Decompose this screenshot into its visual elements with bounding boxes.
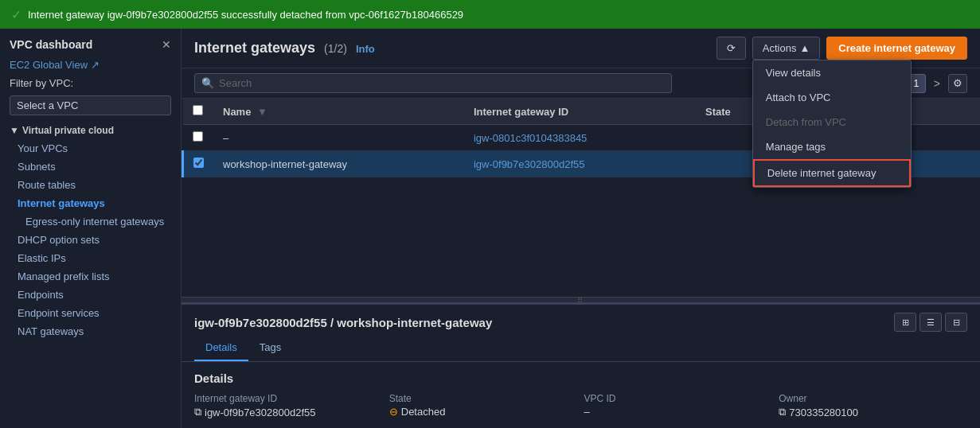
sidebar-item-internet-gateways[interactable]: Internet gateways [0, 194, 181, 212]
detail-tab-details[interactable]: Details [194, 335, 248, 361]
row-igw-id-1: igw-0801c3f0104383845 [464, 125, 696, 151]
row-checkbox-1[interactable] [193, 131, 203, 142]
menu-item-delete-igw[interactable]: Delete internet gateway [753, 159, 911, 187]
sidebar-close-button[interactable]: ✕ [162, 38, 171, 51]
sidebar-filter-label: Filter by VPC: [0, 74, 181, 92]
sidebar-header: VPC dashboard ✕ [0, 33, 181, 56]
detail-field-owner: Owner ⧉ 730335280100 [779, 393, 967, 418]
sidebar-item-your-vpcs[interactable]: Your VPCs [0, 139, 181, 158]
detail-tab-tags[interactable]: Tags [248, 335, 292, 361]
detail-header: igw-0f9b7e302800d2f55 / workshop-interne… [182, 305, 980, 335]
sidebar-item-nat-gateways[interactable]: NAT gateways [0, 322, 181, 340]
col-header-igw-id: Internet gateway ID [464, 99, 696, 125]
search-input-wrap: 🔍 [194, 73, 672, 93]
success-icon: ✓ [11, 7, 21, 22]
success-banner: ✓ Internet gateway igw-0f9b7e302800d2f55… [0, 0, 980, 29]
view-mode-btn-1[interactable]: ⊞ [894, 313, 916, 332]
toolbar: Internet gateways (1/2) Info ⟳ Actions ▲… [182, 29, 980, 68]
detail-tabs: Details Tags [182, 335, 980, 362]
sidebar-ec2-global-view-link[interactable]: EC2 Global View ↗ [0, 56, 181, 74]
menu-item-detach-vpc: Detach from VPC [753, 110, 911, 134]
copy-icon-owner[interactable]: ⧉ [779, 406, 786, 418]
sidebar-section-vpc[interactable]: ▼ Virtual private cloud [0, 119, 181, 139]
search-input[interactable] [219, 77, 665, 89]
success-message: Internet gateway igw-0f9b7e302800d2f55 s… [28, 9, 463, 21]
actions-dropdown-menu: View details Attach to VPC Detach from V… [752, 60, 912, 188]
col-header-name: Name ▼ [213, 99, 464, 125]
detail-content: Details Internet gateway ID ⧉ igw-0f9b7e… [182, 362, 980, 428]
detail-fields-grid: Internet gateway ID ⧉ igw-0f9b7e302800d2… [194, 393, 967, 418]
detail-field-state: State ⊖ Detached [389, 393, 578, 418]
chevron-up-icon: ▲ [799, 42, 810, 54]
sidebar-item-endpoint-services[interactable]: Endpoint services [0, 304, 181, 322]
select-all-checkbox[interactable] [193, 105, 203, 115]
menu-item-view-details[interactable]: View details [753, 60, 911, 85]
count-badge: (1/2) [324, 42, 347, 55]
row-igw-id-2: igw-0f9b7e302800d2f55 [464, 151, 696, 177]
create-internet-gateway-button[interactable]: Create internet gateway [826, 37, 967, 60]
external-link-icon: ↗ [91, 59, 100, 71]
next-page-button[interactable]: > [932, 77, 942, 90]
view-mode-btn-2[interactable]: ☰ [919, 313, 942, 332]
sort-icon: ▼ [257, 106, 267, 118]
sidebar-item-elastic-ips[interactable]: Elastic IPs [0, 249, 181, 267]
refresh-button[interactable]: ⟳ [716, 37, 746, 60]
main-content: Internet gateways (1/2) Info ⟳ Actions ▲… [182, 29, 980, 428]
row-name-1: – [213, 125, 464, 151]
detail-view-buttons: ⊞ ☰ ⊟ [894, 313, 967, 332]
sidebar: VPC dashboard ✕ EC2 Global View ↗ Filter… [0, 29, 182, 428]
sidebar-item-managed-prefix-lists[interactable]: Managed prefix lists [0, 267, 181, 286]
vpc-filter-select[interactable]: Select a VPC [10, 95, 171, 115]
select-all-header [183, 99, 214, 125]
menu-item-attach-vpc[interactable]: Attach to VPC [753, 85, 911, 110]
detail-panel: igw-0f9b7e302800d2f55 / workshop-interne… [182, 303, 980, 428]
sidebar-item-dhcp[interactable]: DHCP option sets [0, 231, 181, 249]
actions-dropdown-container: Actions ▲ View details Attach to VPC Det… [752, 37, 821, 60]
refresh-icon: ⟳ [727, 42, 736, 54]
search-icon: 🔍 [201, 77, 214, 89]
table-settings-button[interactable]: ⚙ [948, 74, 967, 93]
sidebar-item-endpoints[interactable]: Endpoints [0, 286, 181, 304]
copy-icon[interactable]: ⧉ [194, 406, 201, 418]
detail-title: igw-0f9b7e302800d2f55 / workshop-interne… [194, 316, 492, 329]
detail-field-igw-id: Internet gateway ID ⧉ igw-0f9b7e302800d2… [194, 393, 383, 418]
row-checkbox-2[interactable] [193, 158, 204, 168]
page-title: Internet gateways (1/2) Info [194, 40, 375, 56]
sidebar-title: VPC dashboard [10, 38, 92, 51]
chevron-down-icon: ▼ [10, 125, 19, 136]
row-name-2: workshop-internet-gateway [213, 151, 464, 177]
info-link[interactable]: Info [356, 43, 375, 55]
actions-button[interactable]: Actions ▲ [752, 37, 821, 60]
state-icon: ⊖ [389, 406, 398, 418]
sidebar-item-egress-only[interactable]: Egress-only internet gateways [0, 212, 181, 231]
detail-field-vpc-id: VPC ID – [584, 393, 773, 418]
sidebar-item-route-tables[interactable]: Route tables [0, 176, 181, 194]
menu-item-manage-tags[interactable]: Manage tags [753, 134, 911, 159]
view-mode-btn-3[interactable]: ⊟ [945, 313, 967, 332]
sidebar-item-subnets[interactable]: Subnets [0, 158, 181, 176]
resize-handle[interactable] [182, 297, 980, 303]
detail-section-title: Details [194, 372, 967, 385]
